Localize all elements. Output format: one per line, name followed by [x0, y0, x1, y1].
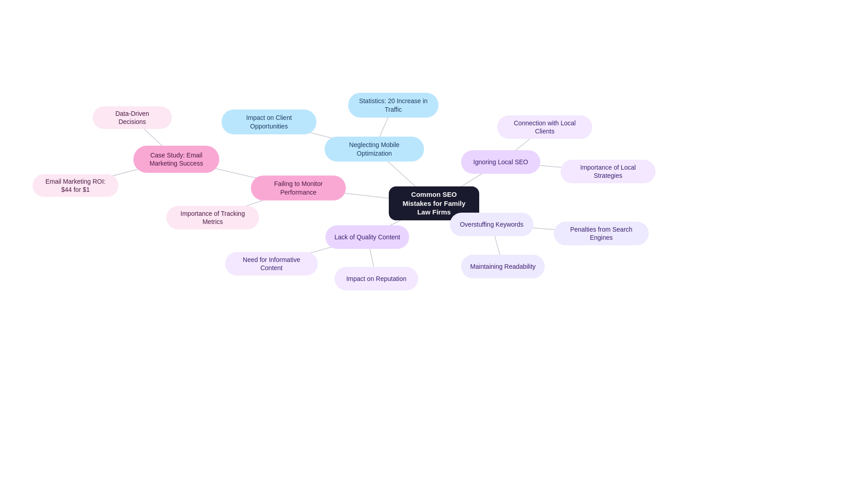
- node-case-study[interactable]: Case Study: Email Marketing Success: [133, 146, 219, 173]
- node-penalties[interactable]: Penalties from Search Engines: [554, 222, 649, 245]
- node-neglecting-mobile[interactable]: Neglecting Mobile Optimization: [325, 137, 424, 162]
- node-importance-local[interactable]: Importance of Local Strategies: [561, 160, 656, 183]
- node-overstuffing[interactable]: Overstuffing Keywords: [450, 213, 533, 236]
- node-need-informative[interactable]: Need for Informative Content: [225, 252, 318, 276]
- node-failing-monitor[interactable]: Failing to Monitor Performance: [251, 176, 346, 200]
- node-email-roi[interactable]: Email Marketing ROI: $44 for $1: [33, 174, 118, 197]
- node-lack-quality[interactable]: Lack of Quality Content: [326, 225, 409, 249]
- node-statistics-traffic[interactable]: Statistics: 20 Increase in Traffic: [348, 93, 439, 118]
- node-ignoring-local[interactable]: Ignoring Local SEO: [461, 150, 540, 174]
- node-impact-client[interactable]: Impact on Client Opportunities: [222, 109, 316, 134]
- mindmap-container: Common SEO Mistakes for Family Law Firms…: [0, 0, 868, 490]
- node-importance-tracking[interactable]: Importance of Tracking Metrics: [166, 206, 259, 229]
- node-connection-local[interactable]: Connection with Local Clients: [497, 115, 592, 139]
- node-maintaining-readability[interactable]: Maintaining Readability: [461, 255, 545, 278]
- node-data-driven[interactable]: Data-Driven Decisions: [93, 106, 172, 129]
- node-impact-reputation[interactable]: Impact on Reputation: [335, 267, 418, 290]
- connections-svg: [0, 0, 868, 490]
